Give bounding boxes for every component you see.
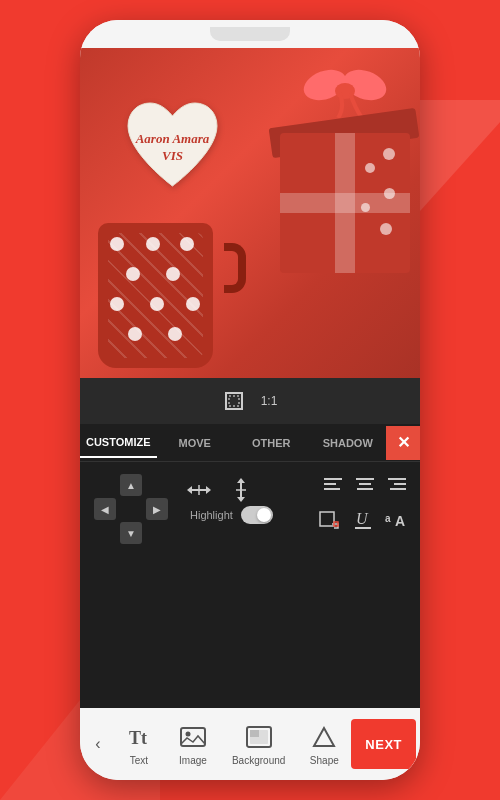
highlight-toggle[interactable] <box>241 506 273 524</box>
mug-body <box>98 223 213 368</box>
tab-move[interactable]: MOVE <box>157 429 234 457</box>
canvas-text[interactable]: Aaron Amara VIS <box>130 131 215 165</box>
font-size-button[interactable]: a A <box>384 506 410 532</box>
align-buttons <box>320 472 410 498</box>
align-right-button[interactable] <box>384 472 410 498</box>
close-tab-button[interactable]: ✕ <box>386 426 420 460</box>
gift-body <box>280 133 410 273</box>
highlight-row: Highlight <box>190 506 273 524</box>
bottom-nav: ‹ Tt Text I <box>80 708 420 780</box>
svg-rect-22 <box>320 512 334 526</box>
format-buttons: U a A <box>316 506 410 532</box>
mug <box>98 213 228 368</box>
svg-rect-29 <box>181 728 205 746</box>
move-horizontal-button[interactable] <box>185 476 213 504</box>
svg-text:A: A <box>395 513 405 529</box>
nav-shape-label: Shape <box>310 755 339 766</box>
svg-point-30 <box>185 731 190 736</box>
svg-marker-6 <box>187 486 192 494</box>
move-vertical-button[interactable] <box>227 476 255 504</box>
highlight-label: Highlight <box>190 509 233 521</box>
heart-shape[interactable]: Aaron Amara VIS <box>120 98 225 198</box>
underline-button[interactable]: U <box>350 506 376 532</box>
svg-rect-4 <box>229 396 239 406</box>
nav-background-label: Background <box>232 755 285 766</box>
svg-rect-33 <box>250 730 259 737</box>
next-button[interactable]: NEXT <box>351 719 416 769</box>
phone-top-bar <box>80 20 420 48</box>
nav-item-background[interactable]: Background <box>232 723 285 766</box>
background-icon <box>244 723 274 751</box>
arrow-left-button[interactable]: ◀ <box>94 498 116 520</box>
svg-text:Tt: Tt <box>129 728 147 748</box>
text-icon: Tt <box>124 723 154 751</box>
aspect-bar: 1:1 <box>80 378 420 424</box>
nav-item-shape[interactable]: Shape <box>309 723 339 766</box>
align-center-button[interactable] <box>352 472 378 498</box>
tab-shadow[interactable]: SHADOW <box>310 429 387 457</box>
svg-text:a: a <box>385 513 391 524</box>
nav-item-text[interactable]: Tt Text <box>124 723 154 766</box>
tabs-row: CUSTOMIZE MOVE OTHER SHADOW ✕ <box>80 424 420 462</box>
svg-marker-7 <box>206 486 211 494</box>
nav-prev-button[interactable]: ‹ <box>84 730 112 758</box>
arrow-up-button[interactable]: ▲ <box>120 474 142 496</box>
toolbar-area: 1:1 CUSTOMIZE MOVE OTHER SHADOW ✕ ▲ ◀ ▶ <box>80 378 420 708</box>
svg-marker-10 <box>237 478 245 483</box>
arrow-down-button[interactable]: ▼ <box>120 522 142 544</box>
nav-text-label: Text <box>130 755 148 766</box>
gift-box <box>270 73 410 273</box>
nav-item-image[interactable]: Image <box>178 723 208 766</box>
controls-panel: ▲ ◀ ▶ ▼ <box>80 462 420 552</box>
mug-handle <box>224 243 246 293</box>
move-controls <box>185 476 255 504</box>
tab-other[interactable]: OTHER <box>233 429 310 457</box>
phone-notch <box>210 27 290 41</box>
svg-text:U: U <box>356 510 369 527</box>
crop-button[interactable] <box>223 390 245 412</box>
nav-items: Tt Text Image <box>112 723 351 766</box>
shape-icon <box>309 723 339 751</box>
tab-customize[interactable]: CUSTOMIZE <box>80 428 157 458</box>
canvas-background: Aaron Amara VIS <box>80 48 420 378</box>
arrow-cluster: ▲ ◀ ▶ ▼ <box>94 474 168 544</box>
svg-marker-11 <box>237 497 245 502</box>
nav-image-label: Image <box>179 755 207 766</box>
aspect-ratio-label[interactable]: 1:1 <box>261 394 278 408</box>
phone-frame: Aaron Amara VIS 1:1 CUSTOMIZE MOVE OT <box>80 20 420 780</box>
text-box-button[interactable] <box>316 506 342 532</box>
canvas-area: Aaron Amara VIS <box>80 48 420 378</box>
align-left-button[interactable] <box>320 472 346 498</box>
image-icon <box>178 723 208 751</box>
arrow-right-button[interactable]: ▶ <box>146 498 168 520</box>
gift-bow <box>300 63 390 118</box>
